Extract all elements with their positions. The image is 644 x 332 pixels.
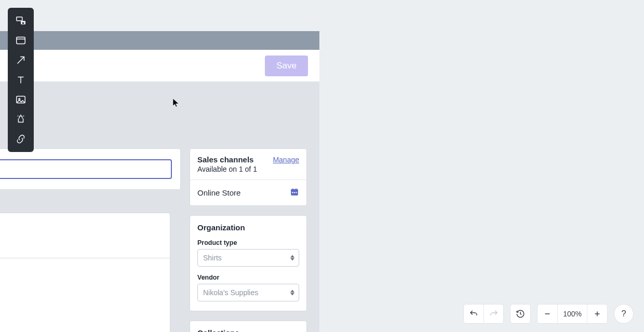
- history-group: [510, 304, 531, 324]
- product-title-card: [0, 148, 181, 190]
- text-tool[interactable]: [10, 71, 31, 89]
- zoom-out-button[interactable]: [538, 304, 557, 324]
- embedded-frame: Save 123: [0, 31, 319, 332]
- product-type-label: Product type: [197, 239, 299, 246]
- svg-rect-41: [292, 192, 293, 193]
- sales-channel-row: Online Store: [190, 180, 306, 205]
- editor-body[interactable]: [0, 258, 170, 332]
- manage-link[interactable]: Manage: [273, 156, 299, 164]
- select-tool[interactable]: [10, 12, 31, 30]
- editor-toolbar: 123: [0, 213, 170, 237]
- embedded-content: 123: [0, 82, 319, 332]
- product-type-placeholder: Shirts: [203, 254, 222, 262]
- svg-rect-0: [17, 17, 22, 21]
- sales-channels-card: Sales channels Manage Available on 1 of …: [190, 148, 307, 206]
- zoom-group: 100%: [537, 304, 608, 324]
- sales-availability-text: Available on 1 of 1: [197, 165, 299, 173]
- collections-card: Collections: [190, 321, 307, 332]
- collections-title: Collections: [197, 328, 299, 332]
- svg-rect-2: [17, 37, 25, 44]
- undo-redo-group: [463, 304, 504, 324]
- svg-rect-38: [291, 189, 298, 191]
- calendar-icon[interactable]: [290, 187, 299, 198]
- annotation-toolbar: [8, 8, 34, 152]
- arrow-tool[interactable]: [10, 51, 31, 69]
- embedded-browser-chrome: [0, 31, 319, 50]
- undo-button[interactable]: [464, 304, 484, 324]
- vendor-placeholder: Nikola's Supplies: [203, 288, 258, 297]
- bottom-controls: 100% ?: [463, 304, 634, 324]
- sales-channels-title: Sales channels: [197, 155, 253, 164]
- svg-rect-43: [296, 192, 297, 193]
- zoom-in-button[interactable]: [587, 304, 607, 324]
- svg-rect-42: [294, 192, 295, 193]
- save-button[interactable]: Save: [265, 56, 308, 76]
- link-tool[interactable]: [10, 130, 31, 148]
- product-title-input[interactable]: [0, 159, 172, 179]
- svg-line-4: [18, 57, 24, 64]
- vendor-label: Vendor: [197, 274, 299, 281]
- redo-button[interactable]: [484, 304, 503, 324]
- zoom-level: 100%: [557, 305, 587, 323]
- embedded-header: Save: [0, 50, 319, 82]
- help-button[interactable]: ?: [614, 304, 634, 324]
- hotspot-tool[interactable]: [10, 110, 31, 128]
- vendor-select[interactable]: Nikola's Supplies: [197, 284, 299, 301]
- browser-tool[interactable]: [10, 32, 31, 49]
- organization-title: Organization: [197, 223, 299, 232]
- right-column: Sales channels Manage Available on 1 of …: [190, 148, 307, 332]
- image-tool[interactable]: [10, 91, 31, 108]
- organization-card: Organization Product type Shirts Vendor …: [190, 215, 307, 311]
- sort-icon: [290, 290, 294, 296]
- description-editor-card: 123: [0, 213, 170, 332]
- product-type-select[interactable]: Shirts: [197, 249, 299, 267]
- history-button[interactable]: [511, 304, 530, 324]
- sales-channel-name: Online Store: [197, 188, 240, 197]
- sort-icon: [290, 255, 294, 261]
